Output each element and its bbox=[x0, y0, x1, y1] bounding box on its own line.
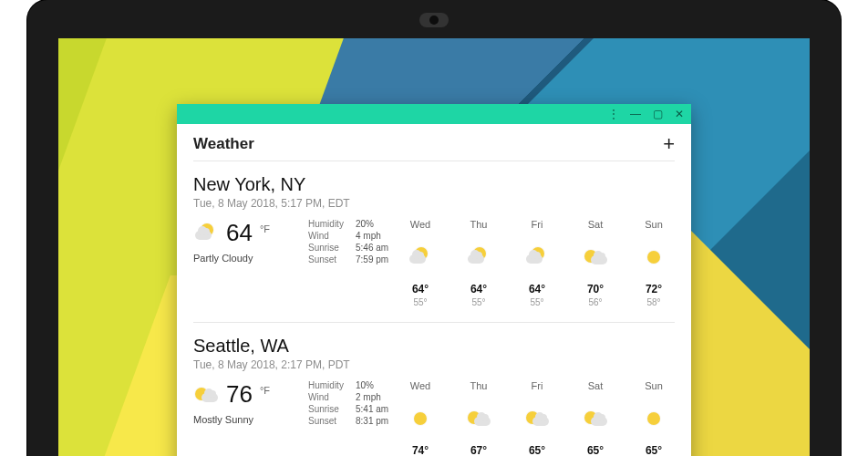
current-condition-label: Partly Cloudy bbox=[193, 253, 303, 264]
forecast-high: 65° bbox=[529, 444, 545, 456]
city-name: New York, NY bbox=[193, 174, 675, 195]
window-minimize-icon[interactable]: — bbox=[629, 108, 642, 120]
forecast-high: 67° bbox=[470, 444, 487, 456]
partly-cloudy-icon bbox=[408, 247, 433, 267]
app-title: Weather bbox=[193, 135, 254, 153]
add-city-button[interactable]: + bbox=[663, 138, 675, 150]
city-timestamp: Tue, 8 May 2018, 2:17 PM, PDT bbox=[193, 358, 675, 371]
forecast-high: 74° bbox=[412, 444, 429, 456]
forecast-day: Wed 74° 51° bbox=[399, 380, 441, 456]
temp-unit: °F bbox=[260, 223, 270, 234]
forecast-day-label: Thu bbox=[470, 219, 488, 230]
forecast-high: 72° bbox=[646, 283, 662, 295]
desktop-wallpaper: ⋮ — ▢ ✕ Weather + New York, NY Tue, 8 Ma… bbox=[58, 38, 810, 456]
forecast-low: 55° bbox=[471, 297, 485, 307]
forecast-day-label: Sun bbox=[645, 219, 663, 230]
humidity-value: 10% bbox=[356, 380, 399, 390]
current-temp: 64 bbox=[226, 219, 253, 247]
forecast-day: Wed 64° 55° bbox=[399, 219, 441, 307]
humidity-label: Humidity bbox=[308, 380, 352, 390]
forecast-day: Fri 64° 55° bbox=[516, 219, 558, 307]
forecast-day-label: Wed bbox=[410, 380, 430, 391]
wind-value: 4 mph bbox=[356, 231, 399, 241]
forecast-day: Thu 64° 55° bbox=[458, 219, 500, 307]
city-card: New York, NY Tue, 8 May 2018, 5:17 PM, E… bbox=[177, 161, 691, 322]
forecast-day-label: Sun bbox=[645, 380, 663, 391]
sunset-value: 8:31 pm bbox=[356, 416, 399, 426]
partly-cloudy-icon bbox=[466, 247, 491, 267]
forecast-day-label: Fri bbox=[532, 219, 543, 230]
city-card: Seattle, WA Tue, 8 May 2018, 2:17 PM, PD… bbox=[177, 323, 691, 456]
current-details: Humidity 10% Wind 2 mph Sunrise 5:41 am … bbox=[308, 380, 399, 456]
forecast-day-label: Sat bbox=[588, 219, 604, 230]
forecast-high: 64° bbox=[529, 283, 545, 295]
sunrise-value: 5:41 am bbox=[356, 404, 399, 414]
current-details: Humidity 20% Wind 4 mph Sunrise 5:46 am … bbox=[308, 219, 399, 307]
forecast-day-label: Wed bbox=[410, 219, 430, 230]
forecast-high: 64° bbox=[470, 283, 487, 295]
current-temp: 76 bbox=[226, 380, 253, 409]
window-close-icon[interactable]: ✕ bbox=[673, 108, 686, 120]
forecast-day-label: Fri bbox=[532, 380, 543, 391]
wind-value: 2 mph bbox=[356, 392, 399, 402]
app-header: Weather + bbox=[177, 124, 691, 161]
sunrise-label: Sunrise bbox=[308, 404, 352, 414]
forecast-day-label: Sat bbox=[588, 380, 604, 391]
camera-notch bbox=[419, 13, 449, 27]
forecast-high: 65° bbox=[587, 444, 604, 456]
city-name: Seattle, WA bbox=[193, 336, 675, 357]
forecast-high: 65° bbox=[646, 444, 662, 456]
window-titlebar: ⋮ — ▢ ✕ bbox=[177, 104, 691, 124]
wind-label: Wind bbox=[308, 392, 352, 402]
weather-app-window: ⋮ — ▢ ✕ Weather + New York, NY Tue, 8 Ma… bbox=[177, 104, 691, 456]
sunrise-value: 5:46 am bbox=[356, 243, 399, 253]
forecast-high: 70° bbox=[587, 283, 604, 295]
mostly-sunny-icon bbox=[583, 409, 608, 429]
forecast-row: Wed 74° 51° Thu 67° 49° Fri 65° 50° Sat … bbox=[399, 380, 675, 456]
sunrise-label: Sunrise bbox=[308, 243, 352, 253]
forecast-low: 58° bbox=[646, 297, 660, 307]
device-frame: ⋮ — ▢ ✕ Weather + New York, NY Tue, 8 Ma… bbox=[27, 0, 841, 456]
forecast-high: 64° bbox=[412, 283, 429, 295]
sunny-icon bbox=[408, 409, 433, 429]
forecast-low: 55° bbox=[530, 297, 543, 307]
temp-unit: °F bbox=[260, 385, 270, 396]
mostly-sunny-icon bbox=[524, 409, 550, 429]
sunny-icon bbox=[641, 247, 666, 267]
forecast-day: Thu 67° 49° bbox=[458, 380, 500, 456]
humidity-label: Humidity bbox=[308, 219, 352, 229]
forecast-day: Sun 72° 58° bbox=[633, 219, 675, 307]
forecast-low: 55° bbox=[413, 297, 427, 307]
mostly-sunny-icon bbox=[193, 385, 219, 405]
sunset-label: Sunset bbox=[308, 416, 352, 426]
window-maximize-icon[interactable]: ▢ bbox=[651, 108, 664, 120]
mostly-sunny-icon bbox=[466, 409, 491, 429]
window-menu-icon[interactable]: ⋮ bbox=[607, 108, 620, 120]
forecast-day: Fri 65° 50° bbox=[516, 380, 558, 456]
forecast-day: Sat 70° 56° bbox=[574, 219, 616, 307]
sunset-value: 7:59 pm bbox=[356, 254, 399, 264]
partly-cloudy-icon bbox=[193, 223, 219, 244]
sunset-label: Sunset bbox=[308, 254, 352, 264]
forecast-low: 56° bbox=[588, 297, 602, 307]
sunny-icon bbox=[641, 409, 666, 429]
forecast-day-label: Thu bbox=[470, 380, 488, 391]
forecast-row: Wed 64° 55° Thu 64° 55° Fri 64° 55° Sat … bbox=[399, 219, 675, 307]
humidity-value: 20% bbox=[356, 219, 399, 229]
city-timestamp: Tue, 8 May 2018, 5:17 PM, EDT bbox=[193, 197, 675, 210]
current-conditions: 64 °F Partly Cloudy bbox=[193, 219, 303, 307]
forecast-day: Sun 65° 48° bbox=[633, 380, 675, 456]
partly-cloudy-icon bbox=[524, 247, 550, 267]
current-conditions: 76 °F Mostly Sunny bbox=[193, 380, 303, 456]
mostly-sunny-icon bbox=[583, 247, 608, 267]
wind-label: Wind bbox=[308, 231, 352, 241]
forecast-day: Sat 65° 49° bbox=[574, 380, 616, 456]
current-condition-label: Mostly Sunny bbox=[193, 414, 303, 425]
